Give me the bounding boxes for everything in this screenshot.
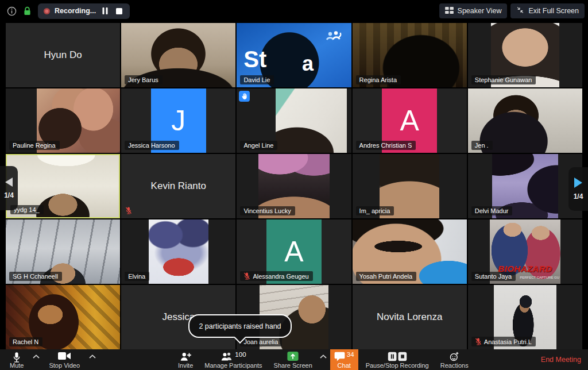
manage-participants-badge: 100 — [235, 352, 246, 359]
participant-tile-sutanto-jaya[interactable]: BIOHAZARDPERFECT CAPTURE GUSutanto Jaya — [468, 219, 582, 284]
stop-video-label: Stop Video — [49, 363, 80, 369]
participant-tile-david-lie[interactable]: StaDavid Lie — [237, 23, 351, 87]
page-indicator-left: 1/4 — [4, 191, 14, 199]
participant-name-label: Jen . — [471, 141, 493, 150]
participant-name-label: Pauline Regina — [9, 141, 60, 150]
toolbar-icon-row — [388, 352, 407, 363]
participant-tile-im-apricia[interactable]: Im_ apricia — [353, 154, 467, 218]
invite-button[interactable]: Invite — [174, 349, 197, 370]
raised-hand-tooltip: 2 participants raised hand — [188, 314, 292, 338]
end-meeting-button[interactable]: End Meeting — [541, 349, 581, 370]
participant-tile-jery-barus[interactable]: Jery Barus — [121, 23, 235, 87]
participant-tile-anastasia-putri-l[interactable]: Anastasia Putri.L — [468, 285, 582, 349]
participant-name-label: Anastasia Putri.L — [471, 337, 536, 346]
participant-tile-vincentius-lucky[interactable]: Vincentius Lucky — [237, 154, 351, 218]
invite-label: Invite — [178, 363, 193, 369]
page-indicator-right: 1/4 — [574, 192, 583, 201]
participant-name: Delvi Madur — [475, 207, 509, 214]
recording-dot-icon — [44, 8, 50, 14]
raised-hand-icon — [239, 91, 250, 102]
exit-full-screen-button[interactable]: Exit Full Screen — [510, 3, 585, 18]
participant-name: Jessica Harsono — [128, 142, 175, 149]
poster-subtitle-text: PERFECT CAPTURE GU — [520, 276, 559, 279]
participant-tile-hyun-do[interactable]: Hyun Do — [6, 23, 120, 87]
raised-hand-tooltip-text: 2 participants raised hand — [199, 322, 281, 330]
chevron-up-icon[interactable] — [320, 354, 327, 359]
reactions-button[interactable]: Reactions — [436, 349, 473, 370]
participant-name: SG H Cchaneell — [13, 273, 58, 280]
participant-name-label: Jessica Harsono — [125, 141, 179, 150]
muted-mic-icon — [243, 272, 250, 280]
chat-label: Chat — [338, 363, 351, 369]
participant-tile-elvina[interactable]: Elvina — [121, 219, 235, 284]
speaker-view-button[interactable]: Speaker View — [439, 3, 508, 18]
participant-tile-yydg-14[interactable]: yydg 14_ — [6, 154, 120, 218]
video-feed — [276, 88, 347, 153]
stop-recording-icon[interactable] — [114, 8, 124, 14]
participant-tile-pauline-regina[interactable]: Pauline Regina — [6, 88, 120, 153]
prev-page-button[interactable]: 1/4 — [0, 166, 18, 210]
muted-mic-icon — [475, 338, 482, 345]
participant-name: Novita Lorenza — [353, 285, 467, 349]
chevron-up-icon[interactable] — [33, 354, 40, 359]
participant-tile-angel-line[interactable]: Angel Line — [237, 88, 351, 153]
next-page-button[interactable]: 1/4 — [568, 167, 588, 211]
manage-participants-label: Manage Participants — [204, 363, 262, 369]
participant-tile-novita-lorenza[interactable]: Novita Lorenza — [353, 285, 467, 349]
participant-name-label: Yosah Putri Andela — [356, 272, 417, 281]
muted-mic-icon — [125, 207, 132, 214]
stop-video-button[interactable]: Stop Video — [45, 349, 84, 370]
participant-gallery: Hyun DoJery BarusStaDavid LieRegina Aris… — [6, 23, 582, 349]
lock-icon — [24, 6, 31, 16]
participant-name: Stephanie Gunawan — [475, 76, 532, 83]
participant-name-label: Vincentius Lucky — [240, 206, 295, 215]
participant-tile-alessandra-geugeu[interactable]: AAlessandra Geugeu — [237, 219, 351, 284]
mute-button[interactable]: Mute — [6, 349, 28, 370]
pause-stop-recording-button[interactable]: Pause/Stop Recording — [362, 349, 433, 370]
toolbar-icon-row: 100 — [220, 352, 246, 363]
chat-badge: 34 — [347, 352, 354, 359]
toolbar-center-group: Invite100Manage ParticipantsShare Screen… — [174, 349, 473, 370]
video-feed — [149, 219, 208, 284]
participant-name: Jery Barus — [128, 76, 158, 83]
participant-tile-andres-christian-s[interactable]: AAndres Christian S — [353, 88, 467, 153]
share-screen-icon — [287, 352, 299, 363]
recording-status: Recording... — [55, 7, 96, 15]
participant-name: yydg 14_ — [14, 206, 40, 213]
manage-participants-button[interactable]: 100Manage Participants — [200, 349, 266, 370]
participant-tile-yosah-putri-andela[interactable]: Yosah Putri Andela — [353, 219, 467, 284]
chat-button[interactable]: 34Chat — [330, 349, 358, 370]
participant-tile-rachel-n[interactable]: Rachel N — [6, 285, 120, 349]
toolbar-left-group: MuteStop Video — [6, 349, 96, 370]
participant-name-label: Jery Barus — [125, 75, 163, 84]
participant-name: Vincentius Lucky — [243, 207, 291, 214]
participant-tile-sg-h-cchaneell[interactable]: SG H Cchaneell — [6, 219, 120, 284]
share-screen-label: Share Screen — [274, 363, 312, 369]
info-icon[interactable] — [7, 6, 17, 16]
participant-name: Sutanto Jaya — [475, 273, 512, 280]
pause-recording-icon[interactable] — [100, 7, 110, 14]
participant-name-label: David Lie — [240, 75, 274, 84]
mute-label: Mute — [10, 363, 24, 369]
participant-tile-kevin-rianto[interactable]: Kevin Rianto — [121, 154, 235, 218]
participant-name-label: Delvi Madur — [471, 206, 513, 215]
participant-name: Hyun Do — [6, 23, 120, 87]
participant-name: Anastasia Putri.L — [484, 338, 532, 345]
participant-name: Elvina — [128, 273, 145, 280]
participant-tile-jessica-harsono[interactable]: JJessica Harsono — [121, 88, 235, 153]
participant-tile-jen[interactable]: Jen . — [468, 88, 582, 153]
speaker-view-icon — [445, 7, 454, 16]
participant-name: Im_ apricia — [359, 207, 390, 214]
next-arrow-icon — [574, 178, 582, 188]
recording-pill: Recording... — [38, 3, 130, 19]
participant-tile-regina-arista[interactable]: Regina Arista — [353, 23, 467, 87]
participant-name: Joan aurelia — [243, 338, 278, 345]
participant-tile-delvi-madur[interactable]: Delvi Madur — [468, 154, 582, 218]
participant-tile-stephanie-gunawan[interactable]: Stephanie Gunawan — [468, 23, 582, 87]
participant-name-label: SG H Cchaneell — [9, 272, 62, 281]
participant-name-label: Elvina — [125, 272, 149, 281]
participant-name: Regina Arista — [359, 76, 397, 83]
chevron-up-icon[interactable] — [89, 354, 96, 359]
share-screen-button[interactable]: Share Screen — [270, 349, 316, 370]
speaker-view-label: Speaker View — [458, 7, 502, 15]
